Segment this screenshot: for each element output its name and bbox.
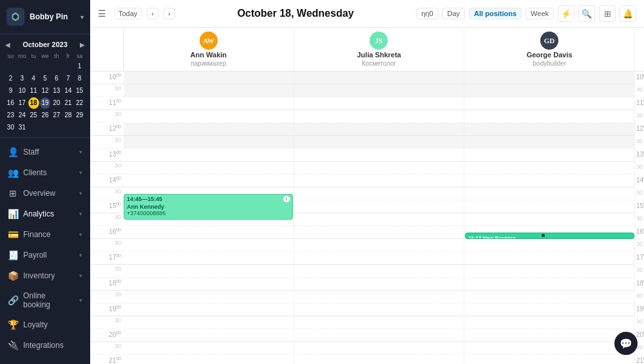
time-cell-julia-13-half[interactable]	[294, 162, 465, 175]
cal-day-24[interactable]: 24	[17, 110, 28, 121]
time-cell-julia-13-hour[interactable]	[294, 149, 465, 162]
sidebar-item-inventory[interactable]: 📦 Inventory ▾	[0, 265, 90, 286]
time-cell-ann-13-half[interactable]	[124, 162, 294, 175]
time-cell-julia-12-hour[interactable]	[294, 123, 465, 136]
cal-day[interactable]	[62, 61, 73, 72]
cal-day[interactable]	[17, 61, 28, 72]
time-cell-george-19-hour[interactable]	[464, 303, 635, 316]
time-cell-george-20-hour[interactable]	[464, 329, 635, 342]
time-cell-julia-17-hour[interactable]	[294, 252, 465, 265]
cal-day[interactable]	[40, 122, 51, 133]
time-cell-ann-16-half[interactable]	[124, 239, 294, 252]
cal-day-19-selected[interactable]: 19	[40, 97, 51, 109]
time-cell-ann-10-half[interactable]	[124, 84, 294, 97]
cal-day[interactable]	[51, 61, 62, 72]
cal-day-10[interactable]: 10	[17, 85, 28, 97]
time-cell-ann-19-hour[interactable]	[124, 303, 294, 316]
time-cell-george-16-half[interactable]	[464, 239, 635, 252]
cal-day[interactable]	[28, 122, 39, 133]
cal-day-2[interactable]: 2	[5, 73, 16, 84]
menu-icon[interactable]: ☰	[98, 8, 106, 19]
time-cell-george-12-half[interactable]	[464, 136, 635, 149]
sidebar-item-integrations[interactable]: 🔌 Integrations	[0, 335, 90, 356]
time-cell-ann-14-hour[interactable]	[124, 175, 294, 187]
time-cell-julia-10-half[interactable]	[294, 84, 465, 97]
time-cell-ann-15-half[interactable]	[124, 213, 294, 226]
cal-day[interactable]	[62, 122, 73, 133]
time-cell-julia-19-half[interactable]	[294, 316, 465, 329]
time-cell-julia-17-half[interactable]	[294, 265, 465, 278]
time-cell-ann-12-hour[interactable]	[124, 123, 294, 136]
cal-day-25[interactable]: 25	[28, 110, 39, 121]
prev-button[interactable]: ‹	[147, 8, 158, 19]
cal-day-7[interactable]: 7	[62, 73, 73, 84]
cal-day-18-today[interactable]: 18	[28, 97, 39, 109]
day-view-button[interactable]: Day	[442, 8, 466, 19]
cal-day-20[interactable]: 20	[51, 97, 62, 109]
time-cell-ann-12-half[interactable]	[124, 136, 294, 149]
sidebar-item-online-booking[interactable]: 🔗 Online booking ▾	[0, 286, 90, 314]
time-cell-george-16-hour[interactable]	[464, 226, 635, 239]
time-cell-ann-18-hour[interactable]	[124, 278, 294, 291]
cal-day-4[interactable]: 4	[28, 73, 39, 84]
sidebar-item-staff[interactable]: 👤 Staff ▾	[0, 142, 90, 162]
time-cell-ann-20-half[interactable]	[124, 342, 294, 355]
time-cell-george-17-hour[interactable]	[464, 252, 635, 265]
cal-prev[interactable]: ◀	[5, 41, 10, 48]
search-icon-btn[interactable]: 🔍	[578, 5, 595, 22]
time-cell-ann-17-hour[interactable]	[124, 252, 294, 265]
time-cell-julia-11-half[interactable]	[294, 110, 465, 123]
time-cell-george-12-hour[interactable]	[464, 123, 635, 136]
cal-day-28[interactable]: 28	[62, 110, 73, 121]
time-cell-julia-21-hour[interactable]	[294, 355, 465, 364]
time-grid-wrapper[interactable]: 1000100030301100110030301200120030301300…	[90, 72, 644, 364]
cal-day-9[interactable]: 9	[5, 85, 16, 97]
filter-badge[interactable]: ηη0	[416, 8, 438, 19]
chat-bubble[interactable]: 💬	[614, 332, 638, 355]
time-cell-ann-18-half[interactable]	[124, 291, 294, 303]
time-cell-julia-12-half[interactable]	[294, 136, 465, 149]
time-cell-julia-10-hour[interactable]	[294, 72, 465, 84]
week-view-button[interactable]: Week	[526, 8, 554, 19]
time-cell-ann-11-half[interactable]	[124, 110, 294, 123]
cal-day-17[interactable]: 17	[17, 97, 28, 109]
time-cell-julia-18-hour[interactable]	[294, 278, 465, 291]
cal-day-22[interactable]: 22	[74, 97, 85, 109]
cal-day[interactable]	[74, 122, 85, 133]
time-cell-ann-16-hour[interactable]	[124, 226, 294, 239]
filter-icon-btn[interactable]: ⚡	[558, 5, 574, 22]
time-cell-julia-16-half[interactable]	[294, 239, 465, 252]
time-cell-ann-10-hour[interactable]	[124, 72, 294, 84]
time-cell-julia-20-hour[interactable]	[294, 329, 465, 342]
cal-day-30[interactable]: 30	[5, 122, 16, 133]
time-cell-ann-14-half[interactable]	[124, 187, 294, 200]
time-cell-ann-17-half[interactable]	[124, 265, 294, 278]
time-cell-julia-11-hour[interactable]	[294, 97, 465, 110]
time-cell-george-18-hour[interactable]	[464, 278, 635, 291]
cal-day-27[interactable]: 27	[51, 110, 62, 121]
positions-button[interactable]: All positions	[469, 8, 522, 19]
time-cell-george-15-half[interactable]	[464, 213, 635, 226]
time-cell-ann-20-hour[interactable]	[124, 329, 294, 342]
time-cell-ann-11-hour[interactable]	[124, 97, 294, 110]
time-cell-george-17-half[interactable]	[464, 265, 635, 278]
cal-day-1[interactable]: 1	[74, 61, 85, 72]
time-cell-george-13-hour[interactable]	[464, 149, 635, 162]
sidebar-item-finance[interactable]: 💳 Finance ▾	[0, 224, 90, 245]
time-cell-julia-15-half[interactable]	[294, 213, 465, 226]
time-cell-george-10-half[interactable]	[464, 84, 635, 97]
sidebar-item-overview[interactable]: ⊞ Overview ▾	[0, 183, 90, 204]
sidebar-item-loyalty[interactable]: 🏆 Loyalty	[0, 314, 90, 335]
time-cell-julia-14-hour[interactable]	[294, 175, 465, 187]
cal-day-12[interactable]: 12	[40, 85, 51, 97]
time-cell-ann-13-hour[interactable]	[124, 149, 294, 162]
cal-day-16[interactable]: 16	[5, 97, 16, 109]
time-cell-ann-15-hour[interactable]	[124, 200, 294, 213]
cal-day-3[interactable]: 3	[17, 73, 28, 84]
sidebar-item-clients[interactable]: 👥 Clients ▾	[0, 162, 90, 183]
time-cell-julia-18-half[interactable]	[294, 291, 465, 303]
cal-day-11[interactable]: 11	[28, 85, 39, 97]
time-cell-ann-21-hour[interactable]	[124, 355, 294, 364]
cal-day-13[interactable]: 13	[51, 85, 62, 97]
time-cell-george-10-hour[interactable]	[464, 72, 635, 84]
